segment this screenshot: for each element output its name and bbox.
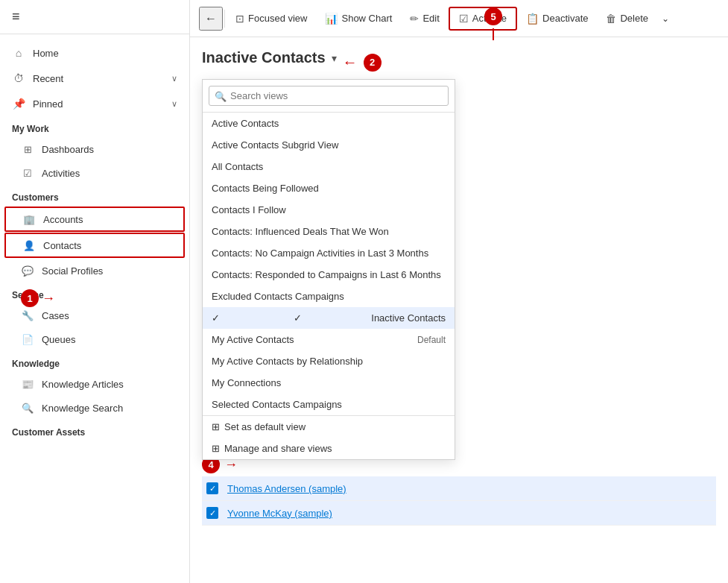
toolbar-separator bbox=[224, 10, 225, 28]
dropdown-item-contacts-responded[interactable]: Contacts: Responded to Campaigns in Last… bbox=[203, 264, 455, 286]
delete-button[interactable]: 🗑 Delete bbox=[597, 8, 657, 29]
sidebar-item-knowledge-search[interactable]: 🔍 Knowledge Search bbox=[0, 396, 189, 420]
focused-view-button[interactable]: ⊡ Focused view bbox=[227, 8, 316, 29]
search-views-input[interactable] bbox=[209, 86, 449, 106]
sidebar-item-recent[interactable]: ⏱ Recent ∨ bbox=[0, 66, 189, 91]
back-button[interactable]: ← bbox=[199, 7, 223, 31]
dropdown-item-all-contacts[interactable]: All Contacts bbox=[203, 156, 455, 177]
dropdown-item-my-active-contacts[interactable]: My Active ContactsDefault bbox=[203, 329, 455, 350]
activity-icon: ☑ bbox=[21, 166, 34, 180]
dropdown-search-area: 🔍 bbox=[203, 80, 455, 113]
contact-link-2[interactable]: Yvonne McKay (sample) bbox=[227, 508, 332, 519]
chevron-down-icon: ∨ bbox=[171, 74, 177, 83]
dropdown-item-label: Contacts: Responded to Campaigns in Last… bbox=[212, 269, 441, 280]
knowledge-search-icon: 🔍 bbox=[21, 401, 34, 415]
dropdown-item-label: Inactive Contacts bbox=[371, 312, 446, 324]
sidebar-item-social-profiles[interactable]: 💬 Social Profiles bbox=[0, 259, 189, 283]
manage-share-icon: ⊞ bbox=[212, 443, 220, 454]
dropdown-item-contacts-no-campaign[interactable]: Contacts: No Campaign Activities in Last… bbox=[203, 242, 455, 264]
sidebar-item-cases-label: Cases bbox=[42, 310, 69, 321]
table-row: ✓ Yvonne McKay (sample) bbox=[202, 501, 716, 526]
dropdown-item-active-contacts[interactable]: Active Contacts bbox=[203, 113, 455, 134]
checkbox-checked-2: ✓ bbox=[206, 507, 218, 519]
dashboard-icon: ⊞ bbox=[21, 142, 34, 156]
recent-icon: ⏱ bbox=[12, 72, 25, 85]
sidebar-item-accounts[interactable]: 🏢 Accounts bbox=[4, 207, 185, 232]
activate-button[interactable]: ☑ Activate bbox=[449, 7, 517, 31]
view-area: Inactive Contacts ▾ ← 2 🔍 Active Contact… bbox=[190, 37, 728, 583]
sidebar-item-knowledge-search-label: Knowledge Search bbox=[42, 403, 123, 414]
checkbox-checked-1: ✓ bbox=[206, 482, 218, 494]
sidebar-item-pinned-label: Pinned bbox=[33, 98, 164, 110]
sidebar-item-social-profiles-label: Social Profiles bbox=[42, 265, 103, 277]
show-chart-button[interactable]: 📊 Show Chart bbox=[316, 8, 401, 29]
search-wrap: 🔍 bbox=[209, 86, 449, 106]
dropdown-item-active-contacts-subgrid[interactable]: Active Contacts Subgrid View bbox=[203, 134, 455, 156]
table-row: ✓ Thomas Andersen (sample) bbox=[202, 476, 716, 501]
step5-indicator: 5 bbox=[484, 7, 502, 25]
dropdown-item-label: My Connections bbox=[212, 377, 281, 388]
dropdown-item-label: Excluded Contacts Campaigns bbox=[212, 291, 344, 302]
step1-indicator: 1 bbox=[21, 289, 39, 307]
dropdown-item-label: All Contacts bbox=[212, 161, 263, 172]
dropdown-item-label: Contacts: No Campaign Activities in Last… bbox=[212, 248, 428, 259]
sidebar-item-knowledge-articles-label: Knowledge Articles bbox=[42, 379, 124, 390]
checkbox-cell-2[interactable]: ✓ bbox=[205, 507, 220, 519]
view-title-chevron-button[interactable]: ▾ bbox=[332, 52, 337, 64]
dropdown-item-label: Contacts I Follow bbox=[212, 204, 286, 215]
knowledge-articles-icon: 📰 bbox=[21, 377, 34, 391]
dropdown-item-my-active-contacts-rel[interactable]: My Active Contacts by Relationship bbox=[203, 350, 455, 372]
checkbox-cell-1[interactable]: ✓ bbox=[205, 482, 220, 494]
dropdown-item-excluded-contacts[interactable]: Excluded Contacts Campaigns bbox=[203, 286, 455, 307]
sidebar-header: ≡ bbox=[0, 0, 189, 34]
sidebar-item-queues[interactable]: 📄 Queues bbox=[0, 327, 189, 351]
set-default-view[interactable]: ⊞ Set as default view bbox=[203, 416, 455, 438]
home-icon: ⌂ bbox=[12, 46, 25, 60]
sidebar-item-activities[interactable]: ☑ Activities bbox=[0, 161, 189, 185]
activate-icon: ☑ bbox=[459, 13, 469, 25]
edit-button[interactable]: ✏ Edit bbox=[401, 8, 448, 29]
focused-view-icon: ⊡ bbox=[235, 13, 244, 25]
section-knowledge: Knowledge bbox=[0, 351, 189, 372]
dropdown-item-contacts-being-followed[interactable]: Contacts Being Followed bbox=[203, 177, 455, 199]
contacts-icon: 👤 bbox=[22, 239, 36, 252]
dropdown-item-label: Active Contacts Subgrid View bbox=[212, 139, 338, 151]
view-title-row: Inactive Contacts ▾ bbox=[202, 49, 337, 66]
dropdown-item-selected-contacts[interactable]: Selected Contacts Campaigns bbox=[203, 394, 455, 415]
pin-icon: 📌 bbox=[12, 97, 25, 110]
set-default-icon: ⊞ bbox=[212, 421, 220, 432]
dropdown-list: Active ContactsActive Contacts Subgrid V… bbox=[203, 113, 455, 415]
sidebar-item-knowledge-articles[interactable]: 📰 Knowledge Articles bbox=[0, 372, 189, 396]
dropdown-item-my-connections[interactable]: My Connections bbox=[203, 372, 455, 394]
hamburger-menu[interactable]: ≡ bbox=[12, 9, 20, 24]
dropdown-item-label: My Active Contacts by Relationship bbox=[212, 356, 363, 367]
main-content: ← ⊡ Focused view 📊 Show Chart ✏ Edit ☑ A… bbox=[190, 0, 728, 583]
content-area: Inactive Contacts ▾ ← 2 🔍 Active Contact… bbox=[190, 37, 728, 583]
sidebar-item-pinned[interactable]: 📌 Pinned ∨ bbox=[0, 91, 189, 116]
dropdown-item-contacts-i-follow[interactable]: Contacts I Follow bbox=[203, 199, 455, 221]
contact-link-1[interactable]: Thomas Andersen (sample) bbox=[227, 483, 346, 494]
manage-share-views[interactable]: ⊞ Manage and share views bbox=[203, 438, 455, 459]
set-default-label: Set as default view bbox=[224, 421, 306, 432]
dropdown-item-contacts-influenced[interactable]: Contacts: Influenced Deals That We Won bbox=[203, 221, 455, 242]
focused-view-label: Focused view bbox=[248, 13, 307, 24]
deactivate-button[interactable]: 📋 Deactivate bbox=[517, 8, 597, 29]
accounts-icon: 🏢 bbox=[22, 212, 36, 226]
chart-icon: 📊 bbox=[325, 13, 338, 25]
sidebar-item-dashboards[interactable]: ⊞ Dashboards bbox=[0, 137, 189, 161]
more-actions-button[interactable]: ⌄ bbox=[657, 9, 674, 28]
sidebar-item-dashboards-label: Dashboards bbox=[42, 144, 94, 155]
checkmark-icon: ✓ bbox=[294, 312, 302, 324]
social-icon: 💬 bbox=[21, 264, 34, 277]
sidebar-item-queues-label: Queues bbox=[42, 334, 76, 345]
sidebar-item-activities-label: Activities bbox=[42, 168, 80, 179]
toolbar: ← ⊡ Focused view 📊 Show Chart ✏ Edit ☑ A… bbox=[190, 0, 728, 37]
section-my-work: My Work bbox=[0, 116, 189, 137]
dropdown-item-label: Active Contacts bbox=[212, 118, 279, 129]
sidebar-item-home[interactable]: ⌂ Home bbox=[0, 40, 189, 66]
sidebar-item-contacts[interactable]: 👤 Contacts bbox=[4, 233, 185, 258]
sidebar-item-home-label: Home bbox=[33, 48, 177, 59]
dropdown-footer: ⊞ Set as default view ⊞ Manage and share… bbox=[203, 415, 455, 459]
delete-icon: 🗑 bbox=[606, 13, 616, 25]
dropdown-item-inactive-contacts[interactable]: ✓ Inactive Contacts bbox=[203, 307, 455, 329]
